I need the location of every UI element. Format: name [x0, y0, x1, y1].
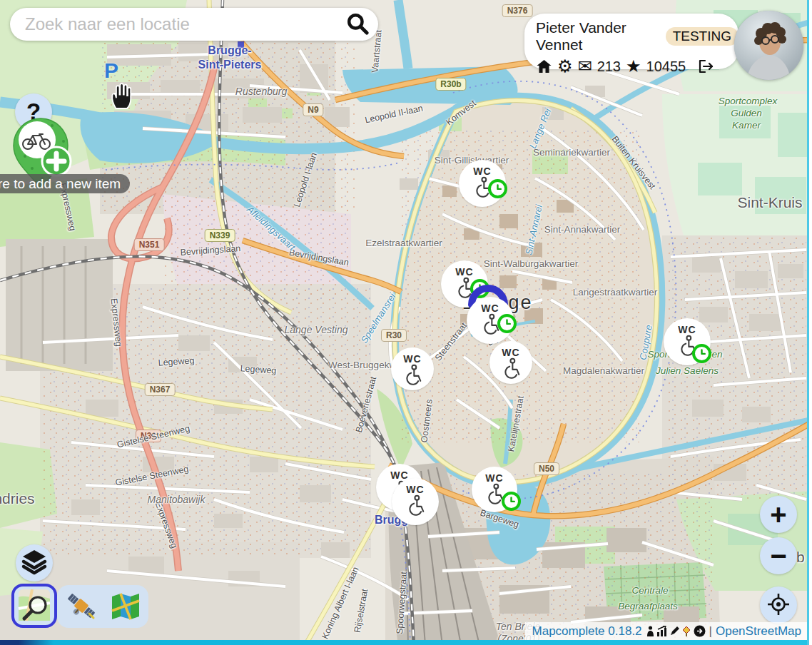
zoom-out-button[interactable]: −: [760, 537, 797, 574]
background-satellite-button[interactable]: [63, 588, 100, 625]
openstreetmap-link[interactable]: OpenStreetMap: [716, 624, 801, 639]
satellite-icon: [65, 589, 98, 624]
folded-map-icon: [109, 589, 142, 624]
testing-badge: TESTING: [666, 27, 739, 46]
community-icon[interactable]: [694, 625, 706, 637]
layers-icon: [20, 548, 49, 579]
right-scroll-gutter[interactable]: [807, 0, 812, 645]
road-shield: N376: [502, 4, 533, 17]
star-icon[interactable]: ★: [626, 58, 641, 75]
attribution-icons: [646, 625, 706, 637]
settings-gear-icon[interactable]: ⚙: [557, 58, 573, 75]
search-icon: [345, 11, 370, 38]
road-shield: R30b: [435, 78, 466, 91]
logout-icon[interactable]: [696, 59, 714, 74]
contributor-icon[interactable]: [646, 626, 655, 636]
mapcomplete-version-link[interactable]: Mapcomplete 0.18.2: [532, 624, 642, 639]
toilet-marker[interactable]: WC: [489, 341, 532, 384]
geolocate-button[interactable]: [760, 586, 797, 624]
add-item-tooltip: re to add a new item: [0, 174, 130, 193]
user-panel: Pieter Vander Vennet TESTING ⚙ ✉ 213 ★ 1…: [524, 14, 739, 69]
road-shield: N31: [136, 430, 161, 442]
statistics-icon[interactable]: [656, 626, 668, 636]
theme-progress-bar: [0, 640, 807, 645]
road-shield: N351: [134, 238, 165, 251]
road-shield: N50: [534, 462, 559, 475]
user-name[interactable]: Pieter Vander Vennet: [536, 19, 659, 54]
geolocate-icon: [766, 591, 791, 619]
opening-hours-badge: [497, 314, 517, 333]
osm-map-icon: [18, 589, 51, 624]
road-shield: N339: [205, 229, 235, 242]
toilet-marker[interactable]: WC: [391, 347, 434, 390]
opening-hours-badge: [470, 279, 489, 298]
search-input[interactable]: [24, 14, 342, 35]
map-canvas[interactable]: N376R30bN9N339N351R30N367N31N50 Brugge-S…: [0, 0, 812, 645]
messages-icon[interactable]: ✉: [578, 58, 592, 75]
edit-pencil-icon[interactable]: [669, 626, 680, 636]
road-shield: N367: [145, 383, 176, 396]
home-icon[interactable]: [536, 59, 552, 74]
attribution-separator: |: [709, 624, 712, 639]
road-shield: R30: [381, 329, 407, 342]
attribution-bar: Mapcomplete 0.18.2 | OpenStreetMap: [525, 622, 807, 640]
location-search-bar: [10, 8, 378, 41]
surveyor-icon[interactable]: [681, 626, 692, 636]
road-shield: N9: [303, 103, 323, 116]
changeset-count: 10455: [646, 59, 686, 75]
toilet-marker[interactable]: WC: [392, 478, 439, 525]
user-avatar[interactable]: [734, 11, 803, 80]
zoom-in-button[interactable]: +: [760, 496, 797, 533]
background-map-button[interactable]: [107, 588, 144, 625]
opening-hours-badge: [502, 492, 521, 511]
messages-count: 213: [597, 59, 621, 75]
parking-icon: P: [104, 59, 118, 83]
search-button[interactable]: [342, 11, 378, 38]
opening-hours-badge: [488, 179, 507, 198]
layers-button[interactable]: [16, 544, 53, 581]
background-osm-button[interactable]: [11, 584, 57, 628]
opening-hours-badge: [692, 344, 711, 363]
